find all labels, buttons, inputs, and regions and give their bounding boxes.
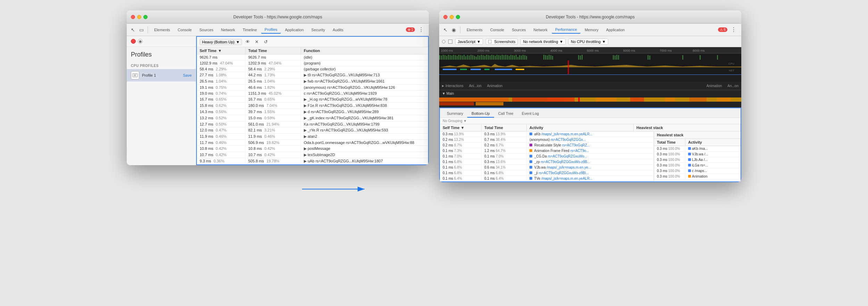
pointer-icon-right[interactable]: ↖ — [442, 26, 449, 33]
maximize-button[interactable] — [143, 15, 148, 19]
error-badge: ⊗ 1 — [406, 27, 415, 32]
tab-memory[interactable]: Memory — [581, 26, 602, 33]
close-button[interactable] — [131, 15, 135, 19]
svg-rect-47 — [495, 56, 496, 60]
tab-elements[interactable]: Elements — [151, 26, 174, 33]
svg-rect-20 — [448, 55, 449, 60]
self-time-cell: 1202.9 ms 47.04% — [197, 60, 245, 66]
hs-row: 0.3 ms 100.0% VJb.wa /... — [654, 152, 741, 157]
svg-rect-59 — [516, 55, 517, 60]
cpu-throttle-select[interactable]: No CPU throttling ▼ — [568, 39, 608, 45]
summary-tab[interactable]: Summary — [443, 110, 467, 118]
tab-application-right[interactable]: Application — [603, 26, 628, 33]
tab-elements-right[interactable]: Elements — [463, 26, 486, 33]
tab-console-right[interactable]: Console — [487, 26, 508, 33]
svg-text:8000 ms: 8000 ms — [693, 49, 705, 52]
pointer-icon[interactable]: ↖ — [130, 26, 136, 33]
view-mode-select[interactable]: Heavy (Bottom Up) ▼ — [200, 39, 242, 45]
grouping-bar[interactable]: No Grouping ▼ — [440, 118, 741, 124]
svg-text:1000 ms: 1000 ms — [441, 49, 453, 52]
profiler-toolbar: Heavy (Bottom Up) ▼ 👁 ✕ ↺ — [197, 37, 428, 47]
error-badge-right: ⚠ 6 — [718, 27, 727, 32]
function-cell: (garbage collector) — [301, 66, 428, 72]
svg-rect-88 — [443, 69, 457, 70]
js-select[interactable]: JavaScript ▼ — [455, 39, 483, 45]
function-header[interactable]: Function — [301, 47, 428, 54]
device-icon[interactable]: ▭ — [138, 26, 145, 33]
tab-profiles[interactable]: Profiles — [261, 26, 281, 34]
svg-rect-97 — [439, 97, 509, 102]
profile-1-item[interactable]: Profile 1 Save — [127, 69, 196, 82]
svg-text:CPU: CPU — [728, 62, 734, 65]
bottom-up-tab[interactable]: Bottom-Up — [467, 110, 494, 118]
tab-security[interactable]: Security — [308, 26, 329, 33]
profile-1-name: Profile 1 — [142, 73, 180, 77]
minimize-button[interactable] — [137, 15, 141, 19]
anon-item[interactable]: An...on — [727, 84, 738, 88]
minimize-button-right[interactable] — [450, 15, 454, 19]
function-cell: (program) — [301, 60, 428, 66]
hs-total-time[interactable]: Total Time — [654, 139, 685, 146]
maximize-button-right[interactable] — [456, 15, 460, 19]
hs-activity[interactable]: Activity — [685, 139, 741, 146]
timeline-viz[interactable]: 1000 ms 2000 ms 3000 ms 4000 ms 5000 ms … — [439, 47, 741, 82]
animation-item[interactable]: Animation — [487, 84, 502, 88]
svg-rect-72 — [578, 55, 579, 60]
svg-rect-67 — [545, 55, 546, 60]
total-time-col[interactable]: Total Time — [482, 124, 527, 131]
save-link[interactable]: Save — [183, 73, 192, 77]
tab-network-right[interactable]: Network — [530, 26, 551, 33]
table-row: 14.3 ms 0.56% 39.7 ms 1.55% ▶d rs=ACT9oG… — [197, 109, 428, 115]
network-throttle-select[interactable]: No network throttling ▼ — [520, 39, 566, 45]
left-devtools-body: ⊗ Profiles CPU PROFILES Profile 1 Save H… — [127, 36, 429, 165]
svg-rect-21 — [450, 55, 451, 60]
device-icon-right[interactable]: ◉ — [450, 26, 457, 33]
stop-button[interactable]: ⊗ — [138, 39, 143, 44]
self-time-header[interactable]: Self Time ▼ — [197, 47, 245, 54]
tab-network[interactable]: Network — [218, 26, 239, 33]
self-time-col[interactable]: Self Time ▼ — [440, 124, 482, 131]
tab-timeline[interactable]: Timeline — [239, 26, 260, 33]
svg-rect-105 — [665, 97, 675, 102]
profiler-main: Heavy (Bottom Up) ▼ 👁 ✕ ↺ Self Time ▼ To… — [196, 36, 429, 165]
tab-audits[interactable]: Audits — [329, 26, 347, 33]
bottom-content: 0.3 ms 13.9% 0.3 ms 13.9% aKb /maps/_js/… — [440, 131, 741, 181]
heaviest-stack-header: Total Time Activity — [654, 139, 741, 146]
record-btn-right[interactable] — [442, 40, 445, 43]
tab-application[interactable]: Application — [282, 26, 307, 33]
record-button[interactable] — [131, 39, 136, 44]
activity-col[interactable]: Activity — [527, 124, 634, 131]
svg-rect-18 — [444, 55, 445, 60]
close-button-right[interactable] — [443, 15, 448, 19]
tab-console[interactable]: Console — [174, 26, 195, 33]
svg-rect-103 — [595, 97, 616, 102]
event-log-tab[interactable]: Event Log — [518, 110, 543, 118]
eye-icon[interactable]: 👁 — [244, 39, 251, 45]
svg-rect-94 — [439, 74, 741, 75]
more-menu-button[interactable]: ⋮ — [416, 26, 426, 34]
svg-rect-60 — [517, 57, 518, 60]
toolbar-separator-right — [460, 26, 460, 33]
refresh-icon[interactable]: ↺ — [262, 39, 269, 45]
svg-text:3000 ms: 3000 ms — [514, 49, 526, 52]
clear-icon[interactable]: ✕ — [253, 39, 260, 45]
screenshots-toggle[interactable]: Screenshots — [486, 39, 518, 45]
svg-rect-74 — [582, 55, 583, 60]
call-tree-tab[interactable]: Call Tree — [494, 110, 518, 118]
tab-performance[interactable]: Performance — [552, 26, 581, 34]
toolbar-tabs: Elements Console Sources Network Timelin… — [151, 26, 404, 34]
tab-sources[interactable]: Sources — [196, 26, 217, 33]
svg-rect-40 — [483, 55, 484, 60]
anim-ion-item[interactable]: Ani...ion — [469, 84, 482, 88]
reload-btn[interactable] — [448, 40, 452, 44]
main-section-label[interactable]: ▼ Main — [439, 90, 741, 97]
svg-rect-23 — [453, 55, 454, 60]
svg-rect-17 — [443, 55, 444, 60]
total-time-header[interactable]: Total Time — [245, 47, 301, 54]
connecting-arrow — [302, 184, 372, 195]
tab-sources-right[interactable]: Sources — [508, 26, 529, 33]
interactions-item[interactable]: ▶ Interactions — [442, 84, 464, 88]
animation-item-2[interactable]: Animation — [707, 84, 722, 88]
more-menu-button-right[interactable]: ⋮ — [729, 26, 738, 34]
bottom-panel: Summary Bottom-Up Call Tree Event Log No… — [439, 108, 741, 182]
